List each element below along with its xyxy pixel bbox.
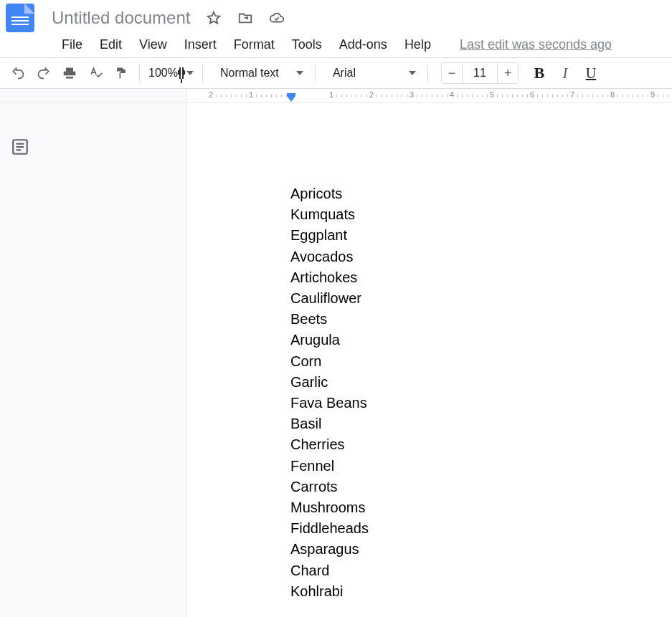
document-line[interactable]: Mushrooms — [290, 497, 672, 518]
underline-button[interactable]: U — [579, 62, 603, 84]
redo-button[interactable] — [32, 62, 56, 84]
document-line[interactable]: Arugula — [290, 330, 672, 350]
document-line[interactable]: Kohlrabi — [290, 581, 672, 602]
ruler-tick-label: 6 — [530, 90, 534, 99]
ruler-tick-label: 1 — [329, 90, 333, 99]
document-line[interactable]: Fiddleheads — [290, 518, 672, 539]
menubar: File Edit View Insert Format Tools Add-o… — [0, 32, 672, 57]
ruler-tick-label: 8 — [610, 90, 615, 99]
document-line[interactable]: Chard — [290, 560, 672, 581]
toolbar-separator — [202, 64, 203, 82]
document-line[interactable]: Cauliflower — [290, 288, 672, 309]
document-line[interactable]: Eggplant — [290, 225, 672, 246]
font-family-dropdown[interactable]: Arial — [321, 62, 422, 84]
font-size-value[interactable]: 11 — [462, 63, 498, 83]
document-line[interactable]: Apricots — [290, 183, 672, 204]
menu-addons[interactable]: Add-ons — [331, 34, 396, 55]
document-line[interactable]: Carrots — [290, 477, 672, 497]
toolbar: 100% Normal text Arial − 11 + B I U — [0, 57, 672, 89]
ruler-tick-label: 9 — [650, 90, 655, 99]
paint-format-button[interactable] — [109, 62, 133, 84]
font-family-label: Arial — [333, 67, 356, 80]
star-icon[interactable] — [206, 10, 222, 26]
toolbar-separator — [315, 64, 316, 82]
doc-header: Untitled document — [0, 0, 672, 32]
chevron-down-icon — [186, 71, 194, 75]
menu-edit[interactable]: Edit — [91, 34, 131, 55]
font-size-stepper[interactable]: − 11 + — [441, 62, 519, 84]
ruler-tick-label: 5 — [490, 90, 494, 99]
zoom-value: 100% — [148, 67, 178, 80]
document-line[interactable]: Basil — [290, 413, 672, 434]
horizontal-ruler[interactable]: 21123456789 — [0, 89, 672, 103]
outline-rail — [0, 103, 42, 617]
font-size-increase-button[interactable]: + — [498, 63, 518, 83]
ruler-tick-label: 1 — [249, 90, 253, 99]
document-page[interactable]: ApricotsKumquatsEggplantAvocadosArtichok… — [186, 103, 672, 617]
menu-help[interactable]: Help — [396, 34, 440, 55]
menu-format[interactable]: Format — [225, 34, 283, 55]
ruler-tick-label: 7 — [570, 90, 574, 99]
menu-file[interactable]: File — [53, 34, 91, 55]
italic-button[interactable]: I — [553, 62, 577, 84]
move-to-folder-icon[interactable] — [237, 10, 253, 26]
bold-button[interactable]: B — [527, 62, 552, 84]
document-title[interactable]: Untitled document — [52, 8, 190, 28]
cloud-saved-icon[interactable] — [269, 10, 285, 26]
paragraph-style-dropdown[interactable]: Normal text — [209, 62, 309, 84]
document-line[interactable]: Corn — [290, 351, 672, 372]
ruler-tick-label: 4 — [450, 90, 454, 99]
workspace: ApricotsKumquatsEggplantAvocadosArtichok… — [0, 103, 672, 617]
docs-logo[interactable] — [6, 4, 34, 32]
gutter — [42, 103, 186, 617]
document-line[interactable]: Cherries — [290, 434, 672, 455]
document-line[interactable]: Avocados — [290, 247, 672, 267]
menu-tools[interactable]: Tools — [283, 34, 331, 55]
zoom-dropdown[interactable]: 100% — [146, 67, 197, 80]
ruler-tick-label: 2 — [369, 90, 374, 99]
menu-view[interactable]: View — [131, 34, 176, 55]
document-line[interactable]: Asparagus — [290, 539, 672, 560]
print-button[interactable] — [57, 62, 82, 84]
document-outline-button[interactable] — [11, 138, 31, 158]
undo-button[interactable] — [6, 62, 30, 84]
document-line[interactable]: Artichokes — [290, 267, 672, 288]
ruler-tick-label: 2 — [209, 90, 213, 99]
document-line[interactable]: Fava Beans — [290, 393, 672, 413]
last-edit-link[interactable]: Last edit was seconds ago — [460, 37, 612, 52]
chevron-down-icon — [409, 71, 416, 75]
toolbar-separator — [139, 64, 140, 82]
ruler-tick-label: 3 — [410, 90, 414, 99]
toolbar-separator — [427, 64, 428, 82]
document-line[interactable]: Kumquats — [290, 204, 672, 225]
spellcheck-button[interactable] — [83, 62, 108, 84]
document-line[interactable]: Beets — [290, 309, 672, 330]
chevron-down-icon — [296, 71, 303, 75]
indent-marker[interactable] — [287, 96, 295, 102]
paragraph-style-label: Normal text — [220, 67, 279, 80]
document-line[interactable]: Fennel — [290, 456, 672, 477]
font-size-decrease-button[interactable]: − — [442, 63, 462, 83]
document-line[interactable]: Garlic — [290, 372, 672, 393]
menu-insert[interactable]: Insert — [176, 34, 225, 55]
